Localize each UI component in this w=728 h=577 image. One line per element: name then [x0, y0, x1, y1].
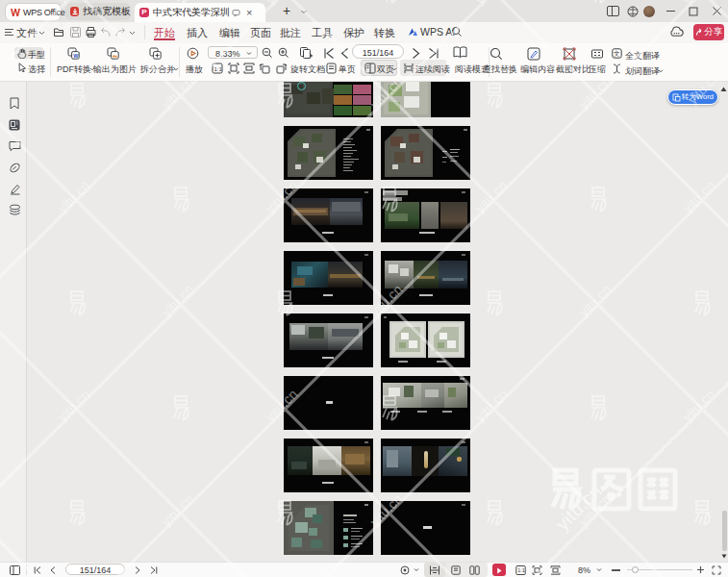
- svg-text:文: 文: [614, 50, 620, 57]
- svg-text:W: W: [73, 53, 79, 59]
- svg-text:1:1: 1:1: [214, 66, 223, 72]
- svg-text:1:1: 1:1: [517, 567, 525, 573]
